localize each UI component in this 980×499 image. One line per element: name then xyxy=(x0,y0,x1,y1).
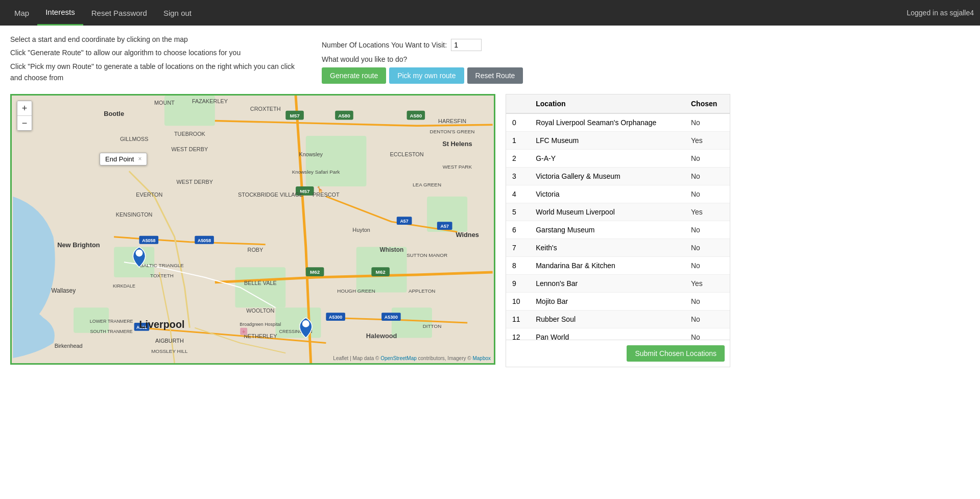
svg-text:Bootle: Bootle xyxy=(104,109,124,117)
svg-text:M57: M57 xyxy=(290,112,300,118)
svg-point-88 xyxy=(136,249,143,256)
row-chosen: Yes xyxy=(685,203,730,221)
num-locations-label: Number Of Locations You Want to Visit: xyxy=(322,41,447,49)
row-index: 8 xyxy=(506,256,530,274)
svg-text:A580: A580 xyxy=(338,112,350,118)
table-row[interactable]: 12Pan WorldNo xyxy=(506,328,730,340)
row-chosen: No xyxy=(685,292,730,310)
zoom-in-button[interactable]: + xyxy=(17,101,32,115)
nav-item-sign-out[interactable]: Sign out xyxy=(155,0,200,26)
attribution-text: | Map data © xyxy=(350,355,380,361)
nav-item-interests[interactable]: Interests xyxy=(37,0,83,26)
col-chosen: Chosen xyxy=(685,94,730,113)
row-location: Victoria Gallery & Museum xyxy=(530,167,685,185)
row-index: 11 xyxy=(506,310,530,328)
svg-text:🦒: 🦒 xyxy=(316,185,324,193)
row-location: Mojito Bar xyxy=(530,292,685,310)
table-header-row: Location Chosen xyxy=(506,94,730,113)
svg-text:NETHERLEY: NETHERLEY xyxy=(244,332,277,339)
location-table-scroll[interactable]: Location Chosen 0Royal Liverpool Seaman'… xyxy=(506,94,730,340)
reset-route-button[interactable]: Reset Route xyxy=(467,67,523,84)
svg-text:Whiston: Whiston xyxy=(379,246,403,253)
row-location: Royal Liverpool Seaman's Orphanage xyxy=(530,113,685,132)
navbar: MapInterestsReset PasswordSign out Logge… xyxy=(0,0,980,26)
table-row[interactable]: 2G-A-YNo xyxy=(506,149,730,167)
row-index: 6 xyxy=(506,221,530,239)
svg-text:A5300: A5300 xyxy=(385,315,398,320)
logged-in-text: Logged in as sgjalle4 xyxy=(906,9,974,17)
svg-text:Knowsley: Knowsley xyxy=(299,151,323,157)
svg-text:KIRKDALE: KIRKDALE xyxy=(113,283,135,288)
nav-item-reset-password[interactable]: Reset Password xyxy=(83,0,155,26)
col-location: Location xyxy=(530,94,685,113)
table-row[interactable]: 10Mojito BarNo xyxy=(506,292,730,310)
svg-text:Broadgreen Hospital: Broadgreen Hospital xyxy=(240,321,281,326)
svg-text:WEST DERBY: WEST DERBY xyxy=(176,179,213,185)
num-locations-input[interactable] xyxy=(451,39,482,51)
svg-text:Halewood: Halewood xyxy=(366,331,397,339)
row-location: Keith's xyxy=(530,239,685,256)
svg-text:St Helens: St Helens xyxy=(442,139,472,147)
end-point-label: End Point xyxy=(105,155,134,163)
svg-text:New Brighton: New Brighton xyxy=(57,241,100,248)
row-index: 9 xyxy=(506,274,530,292)
svg-text:WOOLTON: WOOLTON xyxy=(246,307,274,314)
leaflet-link: Leaflet xyxy=(333,355,348,361)
action-buttons: Generate route Pick my own route Reset R… xyxy=(322,67,523,84)
svg-text:AIGBURTH: AIGBURTH xyxy=(155,338,184,344)
table-row[interactable]: 7Keith'sNo xyxy=(506,239,730,256)
svg-text:CROXTETH: CROXTETH xyxy=(250,105,281,111)
submit-chosen-locations-button[interactable]: Submit Chosen Locations xyxy=(627,345,725,362)
location-table-body: 0Royal Liverpool Seaman's OrphanageNo1LF… xyxy=(506,113,730,340)
svg-text:TOXTETH: TOXTETH xyxy=(150,272,174,278)
nav-item-map[interactable]: Map xyxy=(6,0,37,26)
zoom-out-button[interactable]: − xyxy=(17,116,32,130)
table-row[interactable]: 8Mandarina Bar & KitchenNo xyxy=(506,256,730,274)
table-row[interactable]: 9Lennon's BarYes xyxy=(506,274,730,292)
mapbox-link[interactable]: Mapbox xyxy=(472,355,491,361)
svg-text:M62: M62 xyxy=(310,269,320,275)
table-row[interactable]: 3Victoria Gallery & MuseumNo xyxy=(506,167,730,185)
pick-own-route-button[interactable]: Pick my own route xyxy=(389,67,464,84)
row-index: 3 xyxy=(506,167,530,185)
row-index: 4 xyxy=(506,185,530,203)
svg-text:DITTON: DITTON xyxy=(423,323,442,328)
row-chosen: No xyxy=(685,149,730,167)
nav-items: MapInterestsReset PasswordSign out xyxy=(6,0,906,26)
svg-text:A5058: A5058 xyxy=(142,237,155,243)
row-index: 12 xyxy=(506,328,530,340)
svg-text:KENSINGTON: KENSINGTON xyxy=(116,211,153,218)
row-location: G-A-Y xyxy=(530,149,685,167)
table-row[interactable]: 1LFC MuseumYes xyxy=(506,131,730,149)
table-row[interactable]: 4VictoriaNo xyxy=(506,185,730,203)
submit-row: Submit Chosen Locations xyxy=(506,340,730,367)
svg-text:MOSSLEY HILL: MOSSLEY HILL xyxy=(151,348,188,354)
page-content: Select a start and end coordinate by cli… xyxy=(0,26,980,375)
controls-block: Number Of Locations You Want to Visit: W… xyxy=(322,39,523,84)
map-container[interactable]: + − End Point × xyxy=(10,94,495,365)
svg-rect-4 xyxy=(235,267,285,307)
generate-route-button[interactable]: Generate route xyxy=(322,67,386,84)
row-location: Lennon's Bar xyxy=(530,274,685,292)
row-chosen: No xyxy=(685,185,730,203)
map-attribution: Leaflet | Map data © OpenStreetMap contr… xyxy=(333,355,491,361)
osm-link[interactable]: OpenStreetMap xyxy=(380,355,417,361)
table-row[interactable]: 11Rubber SoulNo xyxy=(506,310,730,328)
popup-close-button[interactable]: × xyxy=(138,155,141,162)
svg-text:HARESFIN: HARESFIN xyxy=(438,118,466,124)
table-row[interactable]: 0Royal Liverpool Seaman's OrphanageNo xyxy=(506,113,730,132)
svg-text:WEST DERBY: WEST DERBY xyxy=(172,146,208,152)
table-row[interactable]: 5World Museum LiverpoolYes xyxy=(506,203,730,221)
svg-text:BALTIC TRIANGLE: BALTIC TRIANGLE xyxy=(140,263,184,268)
row-location: Victoria xyxy=(530,185,685,203)
location-table: Location Chosen 0Royal Liverpool Seaman'… xyxy=(506,94,730,340)
table-row[interactable]: 6Garstang MuseumNo xyxy=(506,221,730,239)
row-index: 2 xyxy=(506,149,530,167)
row-index: 1 xyxy=(506,131,530,149)
num-locations-row: Number Of Locations You Want to Visit: xyxy=(322,39,523,51)
location-panel: Location Chosen 0Royal Liverpool Seaman'… xyxy=(506,94,730,367)
row-location: World Museum Liverpool xyxy=(530,203,685,221)
zoom-controls: + − xyxy=(17,101,32,131)
row-index: 0 xyxy=(506,113,530,132)
svg-text:Huyton: Huyton xyxy=(352,227,370,233)
